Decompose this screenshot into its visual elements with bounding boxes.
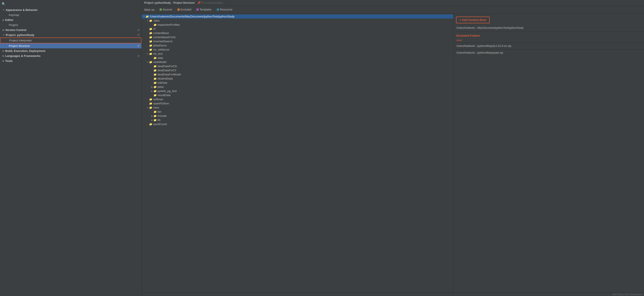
tree-item-wordcount[interactable]: ▼ 📁 wordCount	[142, 122, 453, 126]
templates-dot-icon	[196, 8, 199, 11]
sidebar: 🔍 ▼ Appearance & Behavior ▶ Keymap ▶ Edi…	[0, 0, 142, 296]
sidebar-item-build[interactable]: ▶ Build, Execution, Deployment	[0, 48, 142, 53]
tree-item-label: InvertedSearch	[153, 40, 172, 43]
sidebar-item-label: Editor	[5, 18, 14, 21]
expand-tri-icon: ▼	[146, 20, 149, 22]
tree-item-jieba[interactable]: ▶ 📁 jieba	[142, 85, 453, 89]
tree-item-label: data	[158, 56, 163, 59]
tree-item-rankmodel[interactable]: ▼ 📁 rankModel	[142, 60, 453, 64]
tree-item-dealinitdata[interactable]: ▼ 📁 dealInitData	[142, 77, 453, 81]
sidebar-item-project-interpreter[interactable]: ▶ Project Interpreter	[0, 37, 142, 43]
sidebar-item-project-structure[interactable]: ▶ Project Structure ⚙	[0, 43, 142, 48]
tree-item-label: venv	[153, 106, 159, 109]
tree-item-data[interactable]: ▼ 📁 data	[142, 56, 453, 60]
folder-icon: 📁	[149, 40, 152, 43]
folder-icon: 📁	[154, 65, 157, 68]
sidebar-item-editor[interactable]: ▶ Editor	[0, 17, 142, 22]
folder-icon: 📁	[154, 23, 157, 26]
expand-tri-icon: ▶	[150, 119, 154, 121]
mark-resources-button[interactable]: Resources	[215, 8, 234, 11]
sidebar-item-label: Tools	[5, 59, 13, 63]
folder-icon: 📁	[154, 90, 157, 93]
expand-arrow-icon: ▶	[2, 55, 4, 57]
tree-item-jiebademo[interactable]: ▼ 📁 jiebaDemo	[142, 43, 453, 47]
tree-item-pyweb-pg-test[interactable]: ▶ 📁 pyweb_pg_test	[142, 89, 453, 93]
tree-item-include[interactable]: ▶ 📁 include	[142, 114, 453, 118]
tree-item-label: jieba	[158, 85, 164, 89]
sidebar-item-plugins[interactable]: ▶ Plugins	[0, 22, 142, 27]
resources-dot-icon	[217, 8, 219, 11]
folder-icon: 📁	[154, 94, 157, 97]
excluded-folders-label: Excluded Folders	[454, 32, 644, 38]
file-tree[interactable]: ▼ 📁 /Users/huikevin/Documents/MacDocumen…	[142, 13, 453, 292]
tree-item-inspection-profiles[interactable]: ▼ 📁 inspectionProfiles	[142, 23, 453, 27]
tree-item-resultdata[interactable]: ▼ 📁 resultData	[142, 93, 453, 97]
sidebar-item-label: Project Interpreter	[9, 39, 32, 42]
sidebar-item-project[interactable]: ▼ Project: pythonStudy ⚙	[0, 32, 142, 37]
tree-item-dealdataforcf[interactable]: ▼ 📁 dealDataForCf	[142, 68, 453, 72]
excluded-folder-label: venv	[456, 39, 462, 42]
tree-item-label: resultData	[158, 94, 170, 97]
add-content-root-button[interactable]: + Add Content Root	[456, 16, 490, 23]
tree-item-softmax[interactable]: ▼ 📁 softmax	[142, 97, 453, 101]
tree-item-invertedsearch[interactable]: ▼ 📁 InvertedSearch	[142, 39, 453, 43]
folder-icon: 📁	[154, 56, 157, 59]
folder-icon: 📁	[154, 115, 157, 118]
mark-excluded-button[interactable]: Excluded	[176, 8, 193, 11]
tree-item-label: contentBase	[153, 31, 169, 35]
tree-item-lib[interactable]: ▶ 📁 lib	[142, 118, 453, 122]
mark-sources-button[interactable]: Sources	[158, 8, 174, 11]
expand-arrow-icon: ▶	[2, 60, 4, 62]
search-icon: 🔍	[2, 2, 6, 6]
tree-item-label: .idea	[153, 19, 159, 22]
sidebar-item-label: Version Control	[5, 28, 26, 32]
mark-templates-label: Templates	[200, 8, 212, 11]
expand-arrow-icon: ▶	[2, 29, 4, 31]
mark-as-label: Mark as:	[144, 8, 155, 11]
sidebar-item-label: Project Structure	[9, 44, 30, 47]
tree-item-label: contentbaseForId	[153, 35, 175, 39]
folder-icon: 📁	[154, 69, 157, 72]
tree-item-nb-test[interactable]: ▼ 📁 nb_test	[142, 52, 453, 56]
tree-item-dealdataforcb[interactable]: ▼ 📁 dealDataForCb	[142, 64, 453, 68]
tree-item-sparkpython[interactable]: ▼ 📁 sparkPython	[142, 101, 453, 106]
tree-item-cf[interactable]: ▼ 📁 cf	[142, 27, 453, 31]
tree-item-dealdataformodel[interactable]: ▼ 📁 dealDataForModel	[142, 72, 453, 77]
mark-sources-label: Sources	[163, 8, 172, 11]
folder-icon: 📁	[154, 110, 157, 113]
content-root-path: /Users/huikevin/.../MacDocument/pythonTe…	[454, 25, 644, 32]
expand-tri-icon: ▼	[146, 61, 149, 63]
tree-item-contentbase[interactable]: ▼ 📁 contentBase	[142, 31, 453, 35]
tree-item-label: dealInitData	[158, 77, 173, 80]
gear-icon: ⚙	[137, 44, 140, 47]
sidebar-item-label: Plugins	[9, 23, 18, 27]
sidebar-item-tools[interactable]: ▶ Tools	[0, 58, 142, 63]
sidebar-item-version-control[interactable]: ▶ Version Control ⚙	[0, 27, 142, 32]
tree-item-root[interactable]: ▼ 📁 /Users/huikevin/Documents/MacDocumen…	[142, 14, 453, 18]
breadcrumb-page: Project Structure	[173, 1, 194, 4]
expand-arrow-icon: ▶	[2, 50, 4, 52]
tree-item-label: rankModel	[153, 60, 166, 64]
folder-icon: 📁	[154, 119, 157, 122]
gear-icon: ⚙	[137, 28, 140, 32]
mark-templates-button[interactable]: Templates	[195, 8, 213, 11]
right-panel-path-py4j: /Users/huikevin/.../python/lib/py4j-0.10…	[454, 42, 644, 49]
expand-tri-icon: ▼	[146, 53, 149, 55]
tree-item-label: pyweb_pg_test	[158, 89, 176, 93]
mark-resources-label: Resources	[220, 8, 232, 11]
tree-item-label: sparkPython	[153, 102, 169, 105]
sidebar-item-appearance[interactable]: ▼ Appearance & Behavior	[0, 7, 142, 12]
expand-tri-icon: ▶	[150, 86, 154, 88]
tree-item-venv[interactable]: ▼ 📁 venv	[142, 106, 453, 110]
tree-item-idea[interactable]: ▼ 📁 .idea	[142, 18, 453, 23]
sidebar-item-keymap[interactable]: ▶ Keymap	[0, 12, 142, 17]
tree-item-mr-whitelist[interactable]: ▼ 📁 mr_whiteList	[142, 47, 453, 52]
tree-item-contentbaseforid[interactable]: ▼ 📁 contentbaseForId	[142, 35, 453, 39]
folder-icon: 📁	[149, 19, 152, 22]
folder-icon: 📁	[149, 27, 152, 30]
breadcrumb-separator: ›	[172, 1, 172, 4]
tree-item-bin[interactable]: ▼ 📁 bin	[142, 110, 453, 114]
sidebar-item-languages[interactable]: ▶ Languages & Frameworks ⚙	[0, 53, 142, 58]
tree-item-label: initData	[158, 81, 167, 84]
tree-item-initdata[interactable]: ▼ 📁 initData	[142, 81, 453, 85]
